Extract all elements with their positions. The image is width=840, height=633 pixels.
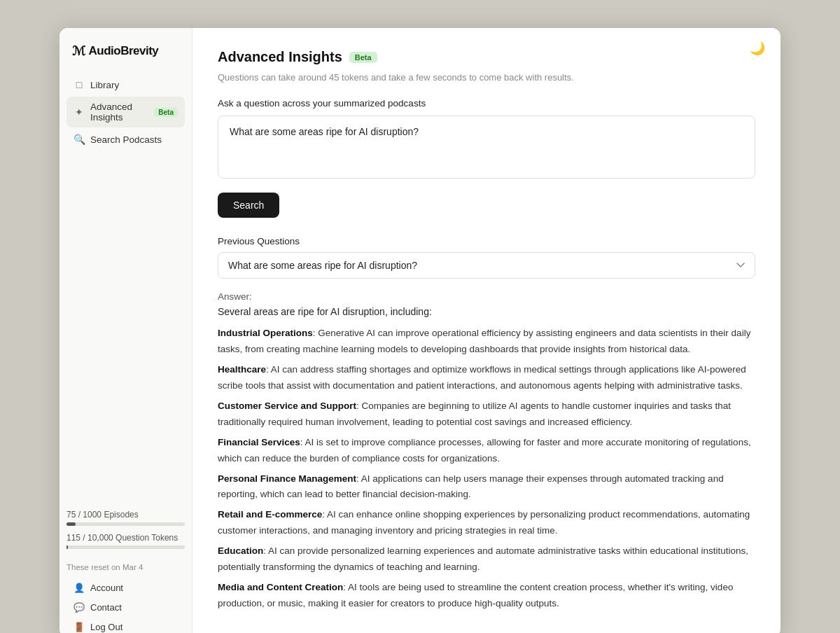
prev-questions-select[interactable]: What are some areas ripe for AI disrupti… <box>218 252 755 279</box>
page-title-badge: Beta <box>349 52 377 63</box>
logout-nav-item[interactable]: 🚪 Log Out <box>66 618 185 633</box>
logo-icon: ℳ <box>72 43 85 59</box>
answer-item: Education: AI can provide personalized l… <box>218 543 755 576</box>
answer-item: Industrial Operations: Generative AI can… <box>218 326 755 358</box>
answer-item: Retail and E-commerce: AI can enhance on… <box>218 507 755 539</box>
answer-item: Financial Services: AI is set to improve… <box>218 435 755 467</box>
advanced-insights-badge: Beta <box>154 108 178 117</box>
episodes-usage-bar-fill <box>66 522 76 526</box>
dark-mode-icon[interactable]: 🌙 <box>750 41 765 56</box>
usage-section: 75 / 1000 Episodes 115 / 10,000 Question… <box>59 510 192 563</box>
sidebar: ℳ AudioBrevity □ Library ✦ Advanced Insi… <box>59 28 192 633</box>
answer-intro: Several areas are ripe for AI disruption… <box>218 306 755 317</box>
contact-icon: 💬 <box>74 602 85 613</box>
account-icon: 👤 <box>74 583 85 593</box>
question-section-label: Ask a question across your summarized po… <box>218 98 755 109</box>
bottom-nav: 👤 Account 💬 Contact 🚪 Log Out <box>59 578 192 633</box>
episodes-usage-label: 75 / 1000 Episodes <box>66 510 185 520</box>
sidebar-item-search-podcasts-label: Search Podcasts <box>90 134 162 145</box>
question-textarea[interactable] <box>218 116 755 179</box>
app-window: 🌙 ℳ AudioBrevity □ Library ✦ Advanced In… <box>59 28 780 633</box>
main-content: Advanced Insights Beta Questions can tak… <box>192 28 780 633</box>
sidebar-item-library[interactable]: □ Library <box>66 74 185 95</box>
answer-item: Media and Content Creation: AI tools are… <box>218 580 755 612</box>
app-name: AudioBrevity <box>89 44 159 58</box>
library-icon: □ <box>74 79 85 90</box>
account-nav-item[interactable]: 👤 Account <box>66 578 185 597</box>
sidebar-item-advanced-insights-label: Advanced Insights <box>90 102 147 123</box>
sidebar-item-search-podcasts[interactable]: 🔍 Search Podcasts <box>66 129 185 150</box>
sidebar-nav: □ Library ✦ Advanced Insights Beta 🔍 Sea… <box>59 71 192 510</box>
reset-text: These reset on Mar 4 <box>59 563 192 571</box>
episodes-usage-bar-bg <box>66 522 185 526</box>
answer-item: Healthcare: AI can address staffing shor… <box>218 362 755 394</box>
contact-nav-item[interactable]: 💬 Contact <box>66 598 185 617</box>
account-label: Account <box>90 583 123 593</box>
tokens-usage-label: 115 / 10,000 Question Tokens <box>66 533 185 543</box>
prev-questions-label: Previous Questions <box>218 236 755 246</box>
answer-body: Industrial Operations: Generative AI can… <box>218 326 755 612</box>
contact-label: Contact <box>90 602 122 613</box>
page-title-row: Advanced Insights Beta <box>218 49 377 65</box>
answer-item: Customer Service and Support: Companies … <box>218 398 755 431</box>
sidebar-item-library-label: Library <box>90 80 119 90</box>
main-header: Advanced Insights Beta <box>218 49 755 65</box>
sidebar-item-advanced-insights[interactable]: ✦ Advanced Insights Beta <box>66 97 185 127</box>
tokens-usage-bar-bg <box>66 545 185 549</box>
logout-label: Log Out <box>90 622 122 632</box>
app-logo: ℳ AudioBrevity <box>59 28 192 71</box>
search-podcasts-icon: 🔍 <box>74 134 85 145</box>
logout-icon: 🚪 <box>74 622 85 632</box>
answer-label: Answer: <box>218 291 755 302</box>
search-button[interactable]: Search <box>218 193 279 218</box>
tokens-usage-bar-fill <box>66 545 68 549</box>
subtitle: Questions can take around 45 tokens and … <box>218 72 755 83</box>
advanced-insights-icon: ✦ <box>74 106 85 118</box>
page-title: Advanced Insights <box>218 49 342 65</box>
answer-item: Personal Finance Management: AI applicat… <box>218 471 755 503</box>
